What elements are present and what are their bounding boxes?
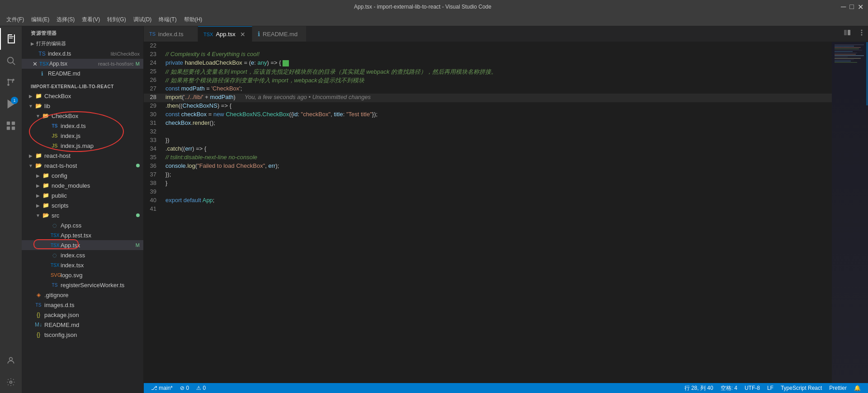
status-eol[interactable]: LF <box>764 383 777 393</box>
search-activity-icon[interactable] <box>0 50 22 71</box>
menu-terminal[interactable]: 终端(T) <box>155 15 180 24</box>
code-line-38: 38 } <box>144 180 832 188</box>
sidebar: 资源管理器 ▶ 打开的编辑器 TS index.d.ts lib\CheckBo… <box>22 26 144 393</box>
line-number-30: 30 <box>144 111 164 119</box>
code-line-30: 30 const checkBox = new CheckBoxNS.Check… <box>144 111 832 119</box>
menu-bar: 文件(F) 编辑(E) 选择(S) 查看(V) 转到(G) 调试(D) 终端(T… <box>0 14 868 26</box>
line-number-32: 32 <box>144 128 164 137</box>
arrow-icon: ▼ <box>27 104 34 109</box>
tree-item-gitignore[interactable]: ◈ .gitignore <box>22 290 143 300</box>
tree-item-package-json[interactable]: {} package.json <box>22 310 143 320</box>
tree-item-register-sw[interactable]: TS registerServiceWorker.ts <box>22 280 143 290</box>
menu-file[interactable]: 文件(F) <box>3 15 28 24</box>
tree-item-app-tsx[interactable]: TSX App.tsx M <box>22 240 143 250</box>
status-branch[interactable]: ⎇ main* <box>147 383 176 393</box>
tree-item-index-css[interactable]: ◌ index.css <box>22 250 143 260</box>
svg-point-6 <box>8 57 14 63</box>
status-encoding[interactable]: UTF-8 <box>741 383 764 393</box>
git-activity-icon[interactable] <box>0 71 22 93</box>
code-lines-container[interactable]: 22 23 // Complexity is 4 Everything is c… <box>144 42 832 383</box>
tree-item-logo-svg[interactable]: SVG logo.svg <box>22 270 143 280</box>
activity-bar: 1 <box>0 26 22 393</box>
tree-item-app-css[interactable]: ◌ App.css <box>22 220 143 230</box>
files-icon[interactable] <box>0 28 22 50</box>
svg-rect-19 <box>848 30 850 35</box>
debug-activity-icon[interactable]: 1 <box>0 93 22 115</box>
tab-app-tsx[interactable]: TSX App.tsx ✕ <box>198 26 252 42</box>
svg-rect-5 <box>9 38 13 39</box>
menu-goto[interactable]: 转到(G) <box>104 15 129 24</box>
tree-item-scripts[interactable]: ▶ 📁 scripts <box>22 200 143 210</box>
menu-select[interactable]: 选择(S) <box>53 15 78 24</box>
menu-help[interactable]: 帮助(H) <box>180 15 206 24</box>
line-content-36: console.log("Failed to load CheckBox", e… <box>164 162 832 171</box>
tree-item-node-modules[interactable]: ▶ 📁 node_modules <box>22 180 143 190</box>
tree-item-src[interactable]: ▼ 📂 src <box>22 210 143 220</box>
title-bar-controls[interactable]: ─ □ ✕ <box>841 3 863 11</box>
extensions-activity-icon[interactable] <box>0 115 22 137</box>
account-activity-icon[interactable] <box>0 350 22 371</box>
status-errors[interactable]: ⊘ 0 <box>176 383 193 393</box>
status-bar: ⎇ main* ⊘ 0 ⚠ 0 行 28, 列 40 空格: 4 UTF-8 L… <box>144 383 868 393</box>
tree-item-react-host[interactable]: ▶ 📁 react-host <box>22 151 143 161</box>
menu-view[interactable]: 查看(V) <box>78 15 104 24</box>
tree-item-index-tsx[interactable]: TSX index.tsx <box>22 260 143 270</box>
more-actions-icon[interactable] <box>855 26 868 39</box>
git-branch-icon: ⎇ <box>151 385 157 391</box>
tree-item-lib[interactable]: ▼ 📂 lib <box>22 101 143 111</box>
open-file-readme[interactable]: ℹ README.md <box>22 69 143 79</box>
open-editors-section[interactable]: ▶ 打开的编辑器 <box>22 38 143 49</box>
settings-activity-icon[interactable] <box>0 371 22 393</box>
tree-item-readme-md[interactable]: M↓ README.md <box>22 320 143 330</box>
arrow-icon: ▶ <box>27 153 34 158</box>
split-editor-icon[interactable] <box>841 26 854 39</box>
close-button[interactable]: ✕ <box>858 3 863 11</box>
tab-label: README.md <box>263 31 297 38</box>
project-title: IMPORT-EXTERNAL-LIB-TO-REACT <box>22 80 143 91</box>
maximize-button[interactable]: □ <box>849 3 854 11</box>
tree-item-index-js[interactable]: JS index.js <box>22 131 143 141</box>
status-language[interactable]: TypeScript React <box>777 383 826 393</box>
status-indent[interactable]: 空格: 4 <box>717 383 741 393</box>
line-content-33: }) <box>164 137 832 145</box>
menu-edit[interactable]: 编辑(E) <box>28 15 53 24</box>
minimize-button[interactable]: ─ <box>841 3 846 11</box>
open-file-index-d-ts[interactable]: TS index.d.ts lib\CheckBox <box>22 49 143 59</box>
line-content-23: // Complexity is 4 Everything is cool! <box>164 51 832 59</box>
minimap[interactable] <box>832 42 868 383</box>
menu-debug[interactable]: 调试(D) <box>130 15 156 24</box>
tab-close-icon[interactable]: ✕ <box>239 30 246 39</box>
tab-bar: TS index.d.ts TSX App.tsx ✕ ℹ README.md <box>144 26 868 42</box>
tree-item-checkbox-root[interactable]: ▶ 📁 CheckBox <box>22 91 143 101</box>
tab-index-d-ts[interactable]: TS index.d.ts <box>144 26 198 42</box>
tree-item-public[interactable]: ▶ 📁 public <box>22 190 143 200</box>
code-line-37: 37 }); <box>144 171 832 180</box>
tree-item-label: src <box>52 212 134 219</box>
tree-item-label: config <box>52 172 140 179</box>
tab-readme[interactable]: ℹ README.md <box>252 26 307 42</box>
tree-item-index-d-ts[interactable]: TS index.d.ts <box>22 121 143 131</box>
tree-item-app-test-tsx[interactable]: TSX App.test.tsx <box>22 230 143 240</box>
folder-icon: 📁 <box>42 172 50 179</box>
close-icon[interactable]: ✕ <box>33 61 38 67</box>
tree-item-tsconfig-json[interactable]: {} tsconfig.json <box>22 330 143 340</box>
svg-point-9 <box>7 84 9 86</box>
status-warnings[interactable]: ⚠ 0 <box>193 383 209 393</box>
status-feedback[interactable]: 🔔 <box>850 383 864 393</box>
tree-item-images-d-ts[interactable]: TS images.d.ts <box>22 300 143 310</box>
tree-item-checkbox-inner[interactable]: ▼ 📂 CheckBox <box>22 111 143 121</box>
line-content-35: // tslint:disable-next-line no-console <box>164 154 832 162</box>
tree-item-label: index.tsx <box>61 262 140 269</box>
open-file-app-tsx[interactable]: ✕ TSX App.tsx react-ts-host\src M <box>22 59 143 69</box>
tree-item-index-js-map[interactable]: JS index.js.map <box>22 141 143 151</box>
status-position[interactable]: 行 28, 列 40 <box>681 383 717 393</box>
tree-item-react-ts-host[interactable]: ▼ 📂 react-ts-host <box>22 161 143 170</box>
svg-rect-13 <box>12 122 15 125</box>
tsx-file-icon: TSX <box>51 233 59 238</box>
debug-badge: 1 <box>11 97 18 104</box>
status-formatter[interactable]: Prettier <box>826 383 850 393</box>
folder-open-icon: 📂 <box>42 113 50 119</box>
status-feedback-icon: 🔔 <box>854 385 861 391</box>
tree-item-config[interactable]: ▶ 📁 config <box>22 170 143 180</box>
tree-item-label: images.d.ts <box>44 302 140 308</box>
